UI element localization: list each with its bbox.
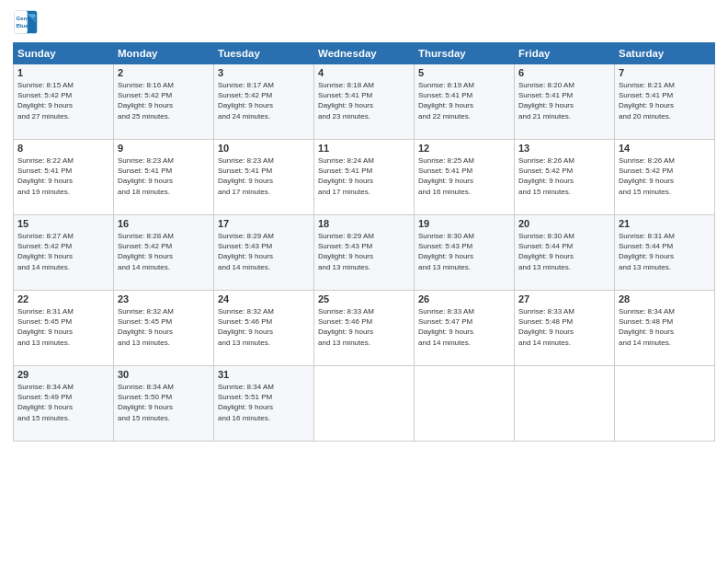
calendar-cell: 30Sunrise: 8:34 AM Sunset: 5:50 PM Dayli… — [114, 366, 214, 442]
day-number: 3 — [218, 67, 310, 78]
cell-info: Sunrise: 8:26 AM Sunset: 5:42 PM Dayligh… — [518, 155, 610, 197]
day-number: 12 — [418, 143, 510, 154]
calendar-cell: 13Sunrise: 8:26 AM Sunset: 5:42 PM Dayli… — [515, 140, 615, 215]
cell-info: Sunrise: 8:20 AM Sunset: 5:41 PM Dayligh… — [518, 80, 610, 121]
cell-info: Sunrise: 8:30 AM Sunset: 5:44 PM Dayligh… — [518, 231, 610, 272]
day-number: 4 — [318, 67, 410, 78]
calendar-cell: 22Sunrise: 8:31 AM Sunset: 5:45 PM Dayli… — [14, 291, 114, 366]
cell-info: Sunrise: 8:28 AM Sunset: 5:42 PM Dayligh… — [118, 231, 210, 272]
calendar-cell: 3Sunrise: 8:17 AM Sunset: 5:42 PM Daylig… — [214, 64, 314, 140]
day-number: 10 — [218, 143, 310, 154]
cell-info: Sunrise: 8:23 AM Sunset: 5:41 PM Dayligh… — [118, 155, 210, 197]
day-number: 1 — [17, 67, 109, 78]
cell-info: Sunrise: 8:16 AM Sunset: 5:42 PM Dayligh… — [118, 80, 210, 121]
calendar-cell: 29Sunrise: 8:34 AM Sunset: 5:49 PM Dayli… — [14, 366, 114, 442]
day-number: 30 — [118, 369, 210, 380]
cell-info: Sunrise: 8:32 AM Sunset: 5:45 PM Dayligh… — [118, 306, 210, 348]
cell-info: Sunrise: 8:29 AM Sunset: 5:43 PM Dayligh… — [218, 231, 310, 272]
cell-info: Sunrise: 8:29 AM Sunset: 5:43 PM Dayligh… — [318, 231, 410, 272]
cell-info: Sunrise: 8:33 AM Sunset: 5:48 PM Dayligh… — [518, 306, 610, 348]
calendar-cell: 1Sunrise: 8:15 AM Sunset: 5:42 PM Daylig… — [14, 64, 114, 140]
calendar-cell: 31Sunrise: 8:34 AM Sunset: 5:51 PM Dayli… — [214, 366, 314, 442]
day-number: 20 — [518, 218, 610, 229]
day-number: 24 — [218, 293, 310, 304]
day-number: 19 — [418, 218, 510, 229]
col-header-wednesday: Wednesday — [314, 43, 415, 64]
svg-text:Blue: Blue — [17, 22, 29, 29]
col-header-friday: Friday — [515, 43, 615, 64]
cell-info: Sunrise: 8:33 AM Sunset: 5:47 PM Dayligh… — [418, 306, 510, 348]
col-header-thursday: Thursday — [415, 43, 515, 64]
cell-info: Sunrise: 8:23 AM Sunset: 5:41 PM Dayligh… — [218, 155, 310, 197]
calendar-cell — [415, 366, 515, 442]
day-number: 2 — [118, 67, 210, 78]
day-number: 14 — [619, 143, 711, 154]
cell-info: Sunrise: 8:30 AM Sunset: 5:43 PM Dayligh… — [418, 231, 510, 272]
cell-info: Sunrise: 8:27 AM Sunset: 5:42 PM Dayligh… — [17, 231, 109, 272]
day-number: 15 — [17, 218, 109, 229]
calendar-cell: 2Sunrise: 8:16 AM Sunset: 5:42 PM Daylig… — [114, 64, 214, 140]
day-number: 21 — [619, 218, 711, 229]
calendar-cell: 19Sunrise: 8:30 AM Sunset: 5:43 PM Dayli… — [415, 215, 515, 291]
calendar-cell: 21Sunrise: 8:31 AM Sunset: 5:44 PM Dayli… — [615, 215, 715, 291]
cell-info: Sunrise: 8:22 AM Sunset: 5:41 PM Dayligh… — [17, 155, 109, 197]
day-number: 17 — [218, 218, 310, 229]
day-number: 25 — [318, 293, 410, 304]
cell-info: Sunrise: 8:18 AM Sunset: 5:41 PM Dayligh… — [318, 80, 410, 121]
logo: General Blue — [13, 9, 42, 35]
calendar-cell: 5Sunrise: 8:19 AM Sunset: 5:41 PM Daylig… — [415, 64, 515, 140]
cell-info: Sunrise: 8:21 AM Sunset: 5:41 PM Dayligh… — [619, 80, 711, 121]
calendar-cell: 4Sunrise: 8:18 AM Sunset: 5:41 PM Daylig… — [314, 64, 415, 140]
calendar-cell: 26Sunrise: 8:33 AM Sunset: 5:47 PM Dayli… — [415, 291, 515, 366]
calendar-cell: 15Sunrise: 8:27 AM Sunset: 5:42 PM Dayli… — [14, 215, 114, 291]
cell-info: Sunrise: 8:17 AM Sunset: 5:42 PM Dayligh… — [218, 80, 310, 121]
day-number: 23 — [118, 293, 210, 304]
cell-info: Sunrise: 8:34 AM Sunset: 5:50 PM Dayligh… — [118, 382, 210, 423]
cell-info: Sunrise: 8:19 AM Sunset: 5:41 PM Dayligh… — [418, 80, 510, 121]
cell-info: Sunrise: 8:31 AM Sunset: 5:45 PM Dayligh… — [17, 306, 109, 348]
day-number: 29 — [17, 369, 109, 380]
cell-info: Sunrise: 8:33 AM Sunset: 5:46 PM Dayligh… — [318, 306, 410, 348]
day-number: 6 — [518, 67, 610, 78]
calendar-cell: 16Sunrise: 8:28 AM Sunset: 5:42 PM Dayli… — [114, 215, 214, 291]
calendar-cell: 23Sunrise: 8:32 AM Sunset: 5:45 PM Dayli… — [114, 291, 214, 366]
cell-info: Sunrise: 8:31 AM Sunset: 5:44 PM Dayligh… — [619, 231, 711, 272]
day-number: 9 — [118, 143, 210, 154]
calendar-cell: 8Sunrise: 8:22 AM Sunset: 5:41 PM Daylig… — [14, 140, 114, 215]
cell-info: Sunrise: 8:34 AM Sunset: 5:49 PM Dayligh… — [17, 382, 109, 423]
page: General Blue SundayMondayTuesdayWednesda… — [0, 0, 728, 563]
cell-info: Sunrise: 8:25 AM Sunset: 5:41 PM Dayligh… — [418, 155, 510, 197]
day-number: 8 — [17, 143, 109, 154]
calendar-cell: 24Sunrise: 8:32 AM Sunset: 5:46 PM Dayli… — [214, 291, 314, 366]
svg-text:General: General — [17, 15, 38, 21]
day-number: 28 — [619, 293, 711, 304]
cell-info: Sunrise: 8:15 AM Sunset: 5:42 PM Dayligh… — [17, 80, 109, 121]
calendar-cell: 7Sunrise: 8:21 AM Sunset: 5:41 PM Daylig… — [615, 64, 715, 140]
calendar-cell: 28Sunrise: 8:34 AM Sunset: 5:48 PM Dayli… — [615, 291, 715, 366]
day-number: 26 — [418, 293, 510, 304]
day-number: 27 — [518, 293, 610, 304]
day-number: 18 — [318, 218, 410, 229]
calendar-cell: 10Sunrise: 8:23 AM Sunset: 5:41 PM Dayli… — [214, 140, 314, 215]
calendar-cell: 14Sunrise: 8:26 AM Sunset: 5:42 PM Dayli… — [615, 140, 715, 215]
logo-icon: General Blue — [13, 9, 39, 35]
col-header-monday: Monday — [114, 43, 214, 64]
calendar-cell: 6Sunrise: 8:20 AM Sunset: 5:41 PM Daylig… — [515, 64, 615, 140]
calendar-cell — [314, 366, 415, 442]
calendar-cell: 27Sunrise: 8:33 AM Sunset: 5:48 PM Dayli… — [515, 291, 615, 366]
calendar-cell — [615, 366, 715, 442]
calendar-cell: 17Sunrise: 8:29 AM Sunset: 5:43 PM Dayli… — [214, 215, 314, 291]
cell-info: Sunrise: 8:32 AM Sunset: 5:46 PM Dayligh… — [218, 306, 310, 348]
cell-info: Sunrise: 8:34 AM Sunset: 5:51 PM Dayligh… — [218, 382, 310, 423]
day-number: 31 — [218, 369, 310, 380]
header: General Blue — [13, 9, 715, 35]
day-number: 11 — [318, 143, 410, 154]
calendar-cell — [515, 366, 615, 442]
day-number: 7 — [619, 67, 711, 78]
col-header-tuesday: Tuesday — [214, 43, 314, 64]
day-number: 13 — [518, 143, 610, 154]
calendar-cell: 25Sunrise: 8:33 AM Sunset: 5:46 PM Dayli… — [314, 291, 415, 366]
col-header-saturday: Saturday — [615, 43, 715, 64]
col-header-sunday: Sunday — [14, 43, 114, 64]
calendar-cell: 12Sunrise: 8:25 AM Sunset: 5:41 PM Dayli… — [415, 140, 515, 215]
